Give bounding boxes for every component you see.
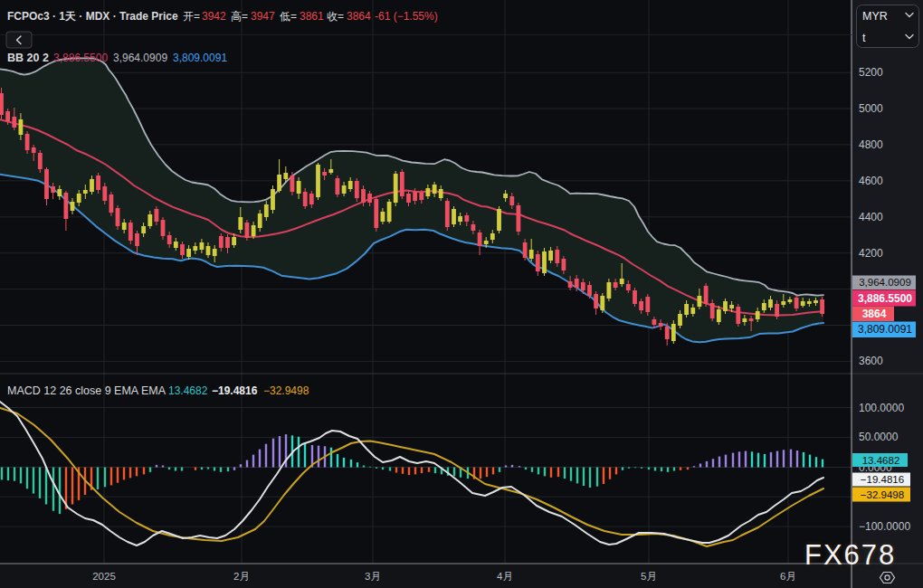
svg-text:50.0000: 50.0000 [859,431,899,443]
svg-text:13.4682: 13.4682 [168,384,208,397]
svg-text:开=: 开= [183,10,200,23]
svg-text:5月: 5月 [641,571,657,582]
svg-text:低=: 低= [280,10,297,23]
svg-text:4400: 4400 [859,211,883,223]
svg-text:3864: 3864 [862,308,887,320]
svg-text:5000: 5000 [859,102,883,115]
svg-text:−32.9498: −32.9498 [861,489,904,500]
svg-text:3600: 3600 [859,355,883,367]
svg-text:3,886.5500: 3,886.5500 [858,292,912,305]
svg-text:3861: 3861 [300,10,324,23]
svg-text:3,964.0909: 3,964.0909 [113,52,167,64]
svg-text:高=: 高= [231,10,248,23]
svg-text:3,809.0091: 3,809.0091 [858,323,912,336]
svg-text:100.0000: 100.0000 [859,402,904,414]
svg-text:收=: 收= [327,10,344,23]
svg-text:MYR: MYR [862,10,888,23]
svg-text:4600: 4600 [859,175,883,187]
svg-text:−19.4816: −19.4816 [861,474,904,485]
svg-text:-61 (−1.55%): -61 (−1.55%) [375,10,438,23]
svg-text:4月: 4月 [497,571,513,582]
svg-text:4200: 4200 [859,247,883,260]
svg-text:4800: 4800 [859,138,883,151]
svg-text:3月: 3月 [365,571,381,582]
svg-text:3947: 3947 [251,10,275,23]
svg-text:FX678: FX678 [804,539,896,571]
svg-text:−19.4816: −19.4816 [212,384,258,397]
svg-text:FCPOc3 · 1天 · MDX · Trade Pric: FCPOc3 · 1天 · MDX · Trade Price [7,10,178,23]
svg-text:13.4682: 13.4682 [862,455,900,466]
svg-text:3,809.0091: 3,809.0091 [173,52,227,64]
svg-text:3,886.5500: 3,886.5500 [53,52,108,64]
svg-text:6月: 6月 [780,571,796,582]
svg-text:t: t [862,32,866,44]
svg-text:3,964.0909: 3,964.0909 [859,277,911,288]
svg-text:2月: 2月 [233,571,250,582]
svg-text:3942: 3942 [202,10,226,23]
svg-text:BB 20 2: BB 20 2 [7,52,49,64]
svg-text:−100.0000: −100.0000 [859,520,910,533]
svg-text:2025: 2025 [92,571,116,582]
svg-text:−32.9498: −32.9498 [263,384,309,397]
svg-text:5200: 5200 [859,66,883,79]
svg-text:MACD 12 26 close 9 EMA EMA: MACD 12 26 close 9 EMA EMA [7,384,167,397]
svg-text:3864: 3864 [347,10,371,23]
